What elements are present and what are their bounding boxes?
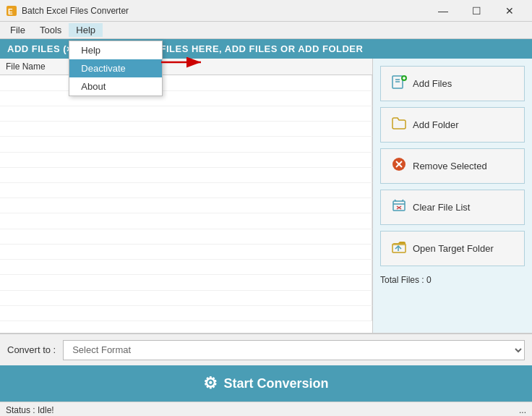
file-list-header: File Name — [0, 59, 372, 75]
start-conversion-button[interactable]: ⚙ Start Conversion — [0, 365, 532, 402]
table-row — [0, 213, 372, 229]
svg-text:E: E — [8, 8, 13, 16]
menu-bar: File Tools Help Help Deactivate About — [0, 22, 532, 39]
file-name-column-header: File Name — [6, 61, 46, 72]
right-panel: Add Files Add Folder Remove Selected — [373, 59, 532, 334]
menu-item-file[interactable]: File — [3, 23, 33, 37]
total-files: Total Files : 0 — [380, 272, 525, 288]
remove-selected-button[interactable]: Remove Selected — [380, 148, 525, 184]
table-row — [0, 244, 372, 259]
table-row — [0, 90, 372, 106]
app-title: Batch Excel Files Converter — [22, 6, 129, 16]
add-files-icon — [391, 74, 407, 93]
add-folder-label: Add Folder — [413, 119, 459, 130]
table-row — [0, 275, 372, 290]
title-bar: E Batch Excel Files Converter — ☐ ✕ — [0, 0, 532, 22]
add-files-label: Add Files — [413, 78, 452, 89]
menu-item-help[interactable]: Help Help Deactivate About — [69, 23, 103, 37]
format-select[interactable]: Select Format XLS XLSX CSV PDF HTML ODS — [63, 340, 525, 360]
minimize-button[interactable]: — — [426, 0, 460, 22]
open-target-folder-label: Open Target Folder — [413, 243, 494, 254]
dropdown-item-deactivate[interactable]: Deactivate — [69, 59, 162, 77]
start-conversion-label: Start Conversion — [223, 376, 328, 391]
table-row — [0, 290, 372, 305]
close-button[interactable]: ✕ — [493, 0, 526, 22]
file-list-body[interactable] — [0, 75, 372, 321]
add-files-button[interactable]: Add Files — [380, 66, 525, 101]
title-bar-left: E Batch Excel Files Converter — [6, 5, 129, 17]
file-grid — [0, 75, 372, 321]
clear-file-list-icon — [391, 198, 407, 217]
status-dots: ... — [519, 405, 526, 415]
table-row — [0, 183, 372, 198]
clear-file-list-label: Clear File List — [413, 202, 470, 213]
convert-to-label: Convert to : — [7, 344, 56, 355]
table-row — [0, 167, 372, 182]
convert-bar: Convert to : Select Format XLS XLSX CSV … — [0, 334, 532, 365]
table-row — [0, 106, 372, 121]
remove-selected-icon — [391, 156, 407, 176]
add-folder-icon — [391, 115, 407, 135]
gear-icon: ⚙ — [203, 374, 218, 393]
table-row — [0, 152, 372, 167]
status-bar: Status : Idle! ... — [0, 402, 532, 416]
table-row — [0, 122, 372, 137]
dropdown-item-about[interactable]: About — [69, 77, 162, 95]
svg-rect-13 — [393, 201, 405, 211]
title-bar-controls: — ☐ ✕ — [426, 0, 526, 22]
add-folder-button[interactable]: Add Folder — [380, 107, 525, 143]
table-row — [0, 229, 372, 244]
help-dropdown: Help Deactivate About — [69, 41, 163, 96]
clear-file-list-button[interactable]: Clear File List — [380, 190, 525, 225]
content-area: File Name — [0, 59, 532, 334]
table-row — [0, 137, 372, 152]
table-row — [0, 260, 372, 275]
open-target-folder-icon — [391, 239, 407, 258]
status-text: Status : Idle! — [6, 405, 54, 415]
table-row — [0, 75, 372, 90]
app-icon: E — [6, 5, 17, 17]
menu-item-tools[interactable]: Tools — [33, 23, 69, 37]
remove-selected-label: Remove Selected — [413, 161, 487, 171]
file-list-panel: File Name — [0, 59, 373, 334]
open-target-folder-button[interactable]: Open Target Folder — [380, 231, 525, 266]
table-row — [0, 305, 372, 321]
maximize-button[interactable]: ☐ — [460, 0, 493, 22]
dropdown-item-help[interactable]: Help — [69, 41, 162, 59]
table-row — [0, 198, 372, 213]
